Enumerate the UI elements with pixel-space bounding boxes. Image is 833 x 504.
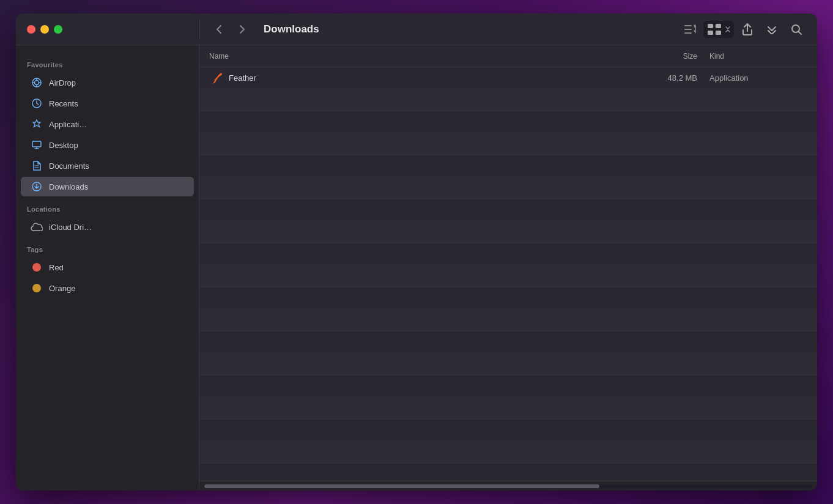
empty-row (199, 420, 817, 442)
empty-row (199, 199, 817, 221)
titlebar: Downloads (16, 13, 817, 45)
content-area: Favourites AirDrop (16, 45, 817, 491)
empty-row (199, 155, 817, 177)
empty-row (199, 332, 817, 354)
svg-rect-5 (716, 24, 721, 28)
feather-app-icon (209, 71, 224, 86)
svg-rect-6 (708, 31, 713, 35)
sidebar-item-airdrop[interactable]: AirDrop (21, 73, 194, 92)
main-titlebar: Downloads (199, 18, 817, 40)
traffic-lights (27, 25, 62, 34)
empty-row (199, 376, 817, 398)
tag-orange-icon (31, 282, 43, 294)
view-switcher[interactable] (703, 21, 734, 38)
table-row[interactable]: Feather 48,2 MB Application (199, 67, 817, 89)
window-title: Downloads (264, 23, 319, 35)
empty-row (199, 354, 817, 376)
empty-row (199, 111, 817, 133)
airdrop-icon (31, 76, 43, 89)
sidebar-item-icloud[interactable]: iCloud Dri… (21, 217, 194, 237)
icloud-icon (31, 221, 43, 233)
tag-red-label: Red (49, 263, 64, 272)
svg-rect-2 (684, 32, 692, 34)
column-headers: Name Size Kind (199, 45, 817, 67)
tag-red-icon (31, 261, 43, 273)
empty-row (199, 177, 817, 199)
svg-rect-7 (716, 31, 721, 35)
documents-icon (31, 160, 43, 172)
recents-label: Recents (49, 99, 78, 108)
sidebar-item-documents[interactable]: Documents (21, 156, 194, 176)
file-size: 48,2 MB (612, 73, 709, 83)
favourites-header: Favourites (16, 53, 199, 72)
recents-icon (31, 97, 43, 109)
locations-header: Locations (16, 197, 199, 217)
back-button[interactable] (210, 20, 228, 39)
kind-column-header: Kind (709, 52, 807, 61)
tags-header: Tags (16, 237, 199, 257)
applications-icon (31, 118, 43, 130)
svg-rect-1 (684, 29, 692, 30)
more-button[interactable] (761, 18, 783, 40)
maximize-button[interactable] (54, 25, 62, 34)
scrollbar-track (204, 484, 812, 488)
documents-label: Documents (49, 161, 89, 171)
empty-row (199, 265, 817, 287)
sidebar-titlebar (16, 25, 199, 34)
empty-row (199, 287, 817, 309)
file-list: Feather 48,2 MB Application (199, 67, 817, 481)
sidebar-item-tag-orange[interactable]: Orange (21, 278, 194, 298)
sidebar-item-desktop[interactable]: Desktop (21, 135, 194, 155)
file-name: Feather (229, 73, 612, 83)
empty-row (199, 398, 817, 420)
finder-window: Downloads (16, 13, 817, 491)
svg-rect-0 (684, 25, 692, 26)
svg-rect-12 (32, 141, 41, 147)
minimize-button[interactable] (40, 25, 49, 34)
empty-row (199, 309, 817, 332)
sidebar-item-applications[interactable]: Applicati… (21, 114, 194, 134)
downloads-icon (31, 180, 43, 193)
sidebar-item-downloads[interactable]: Downloads (21, 177, 194, 196)
airdrop-label: AirDrop (49, 78, 76, 87)
scrollbar-thumb[interactable] (204, 484, 599, 488)
sort-button[interactable] (679, 18, 701, 40)
name-column-header: Name (209, 52, 612, 61)
tag-orange-label: Orange (49, 284, 75, 293)
svg-rect-4 (708, 24, 713, 28)
close-button[interactable] (27, 25, 35, 34)
size-column-header: Size (612, 52, 709, 61)
svg-point-10 (35, 81, 39, 85)
applications-label: Applicati… (49, 120, 87, 129)
sidebar-item-tag-red[interactable]: Red (21, 258, 194, 277)
file-kind: Application (709, 73, 807, 83)
search-button[interactable] (785, 18, 807, 40)
main-panel: Name Size Kind Feather 48,2 MB Appli (199, 45, 817, 491)
sidebar-item-recents[interactable]: Recents (21, 94, 194, 113)
horizontal-scrollbar[interactable] (199, 481, 817, 491)
desktop-label: Desktop (49, 141, 78, 150)
sidebar: Favourites AirDrop (16, 45, 199, 491)
downloads-label: Downloads (49, 182, 88, 191)
icloud-label: iCloud Dri… (49, 223, 92, 232)
empty-row (199, 89, 817, 111)
share-button[interactable] (736, 18, 758, 40)
toolbar-group (679, 18, 807, 40)
forward-button[interactable] (233, 20, 251, 39)
empty-row (199, 243, 817, 265)
empty-row (199, 133, 817, 155)
desktop-icon (31, 139, 43, 151)
empty-row (199, 221, 817, 243)
empty-row (199, 442, 817, 464)
